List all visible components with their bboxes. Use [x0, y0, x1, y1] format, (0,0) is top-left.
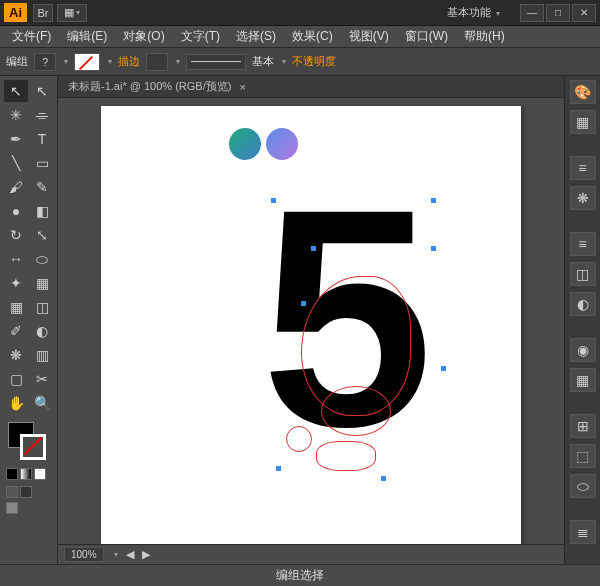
- pathfinder-panel-icon[interactable]: ⬭: [570, 474, 596, 498]
- titlebar: Ai Br ▦▾ 基本功能 ▾ — □ ✕: [0, 0, 600, 26]
- anchor-point[interactable]: [271, 198, 276, 203]
- width-tool[interactable]: ↔: [4, 248, 28, 270]
- menu-window[interactable]: 窗口(W): [397, 26, 456, 47]
- style-label[interactable]: 基本: [252, 54, 274, 69]
- eraser-tool[interactable]: ◧: [30, 200, 54, 222]
- workspace-switcher[interactable]: 基本功能 ▾: [447, 5, 500, 20]
- mesh-tool[interactable]: ▦: [4, 296, 28, 318]
- menu-view[interactable]: 视图(V): [341, 26, 397, 47]
- color-mode-none[interactable]: [34, 468, 46, 480]
- brushes-panel-icon[interactable]: ≡: [570, 156, 596, 180]
- lasso-tool[interactable]: ⌯: [30, 104, 54, 126]
- appearance-panel-icon[interactable]: ◉: [570, 338, 596, 362]
- stroke-color-box[interactable]: [20, 434, 46, 460]
- zoom-tool[interactable]: 🔍: [30, 392, 54, 414]
- anchor-point[interactable]: [441, 366, 446, 371]
- brush-tool[interactable]: 🖌: [4, 176, 28, 198]
- scale-tool[interactable]: ⤡: [30, 224, 54, 246]
- options-bar: 编组 ?▾ ▾ 描边 ▾ 基本▾ 不透明度: [0, 48, 600, 76]
- anchor-point[interactable]: [276, 466, 281, 471]
- opacity-label[interactable]: 不透明度: [292, 54, 336, 69]
- align-panel-icon[interactable]: ⊞: [570, 414, 596, 438]
- pen-tool[interactable]: ✒: [4, 128, 28, 150]
- anchor-point[interactable]: [311, 246, 316, 251]
- shape-builder-tool[interactable]: ✦: [4, 272, 28, 294]
- artboard-nav-next-icon[interactable]: ▶: [142, 548, 150, 561]
- selection-tool[interactable]: ↖: [4, 80, 28, 102]
- fill-swatch[interactable]: ?: [34, 53, 56, 71]
- anchor-point[interactable]: [431, 246, 436, 251]
- stroke-swatch[interactable]: [74, 53, 100, 71]
- document-tab[interactable]: 未标题-1.ai* @ 100% (RGB/预览) ×: [58, 76, 564, 98]
- swatches-panel-icon[interactable]: ▦: [570, 110, 596, 134]
- brush-definition[interactable]: [186, 54, 246, 70]
- pencil-tool[interactable]: ✎: [30, 176, 54, 198]
- stroke-label[interactable]: 描边: [118, 54, 140, 69]
- direct-selection-tool[interactable]: ↖: [30, 80, 54, 102]
- document-tab-title: 未标题-1.ai* @ 100% (RGB/预览): [68, 79, 231, 94]
- selection-type-label: 编组: [6, 54, 28, 69]
- menu-help[interactable]: 帮助(H): [456, 26, 513, 47]
- transparency-panel-icon[interactable]: ◐: [570, 292, 596, 316]
- gradient-panel-icon[interactable]: ◫: [570, 262, 596, 286]
- canvas-area[interactable]: 5: [58, 98, 564, 544]
- blend-tool[interactable]: ◐: [30, 320, 54, 342]
- rotate-tool[interactable]: ↻: [4, 224, 28, 246]
- close-button[interactable]: ✕: [572, 4, 596, 22]
- artboard-nav-prev-icon[interactable]: ◀: [126, 548, 134, 561]
- screen-mode-normal[interactable]: [6, 486, 18, 498]
- eyedropper-tool[interactable]: ✐: [4, 320, 28, 342]
- symbol-sprayer-tool[interactable]: ❋: [4, 344, 28, 366]
- anchor-point[interactable]: [301, 301, 306, 306]
- artboard[interactable]: 5: [101, 106, 521, 544]
- status-bar: 100% ▾ ◀ ▶: [58, 544, 564, 564]
- graph-tool[interactable]: ▥: [30, 344, 54, 366]
- status-mode-label: 编组选择: [8, 567, 592, 584]
- perspective-tool[interactable]: ▦: [30, 272, 54, 294]
- blob-brush-tool[interactable]: ●: [4, 200, 28, 222]
- hand-tool[interactable]: ✋: [4, 392, 28, 414]
- maximize-button[interactable]: □: [546, 4, 570, 22]
- zoom-level[interactable]: 100%: [64, 547, 104, 562]
- app-logo: Ai: [4, 3, 27, 22]
- layers-panel-icon[interactable]: ≣: [570, 520, 596, 544]
- menu-type[interactable]: 文字(T): [173, 26, 228, 47]
- stroke-panel-icon[interactable]: ≡: [570, 232, 596, 256]
- color-mode-gradient[interactable]: [20, 468, 32, 480]
- symbols-panel-icon[interactable]: ❋: [570, 186, 596, 210]
- draw-mode-icon[interactable]: [6, 502, 18, 514]
- artboard-tool[interactable]: ▢: [4, 368, 28, 390]
- arrange-documents-icon[interactable]: ▦▾: [57, 4, 87, 22]
- minimize-button[interactable]: —: [520, 4, 544, 22]
- warp-tool[interactable]: ⬭: [30, 248, 54, 270]
- blob-path[interactable]: [286, 426, 312, 452]
- blob-path[interactable]: [321, 386, 391, 436]
- rectangle-tool[interactable]: ▭: [30, 152, 54, 174]
- menu-edit[interactable]: 编辑(E): [59, 26, 115, 47]
- menu-object[interactable]: 对象(O): [115, 26, 172, 47]
- anchor-point[interactable]: [431, 198, 436, 203]
- menubar: 文件(F) 编辑(E) 对象(O) 文字(T) 选择(S) 效果(C) 视图(V…: [0, 26, 600, 48]
- graphic-styles-panel-icon[interactable]: ▦: [570, 368, 596, 392]
- close-tab-icon[interactable]: ×: [239, 81, 245, 93]
- line-tool[interactable]: ╲: [4, 152, 28, 174]
- color-mode-solid[interactable]: [6, 468, 18, 480]
- bridge-icon[interactable]: Br: [33, 4, 53, 22]
- bottom-bar: 编组选择: [0, 564, 600, 586]
- screen-mode-full[interactable]: [20, 486, 32, 498]
- slice-tool[interactable]: ✂: [30, 368, 54, 390]
- transform-panel-icon[interactable]: ⬚: [570, 444, 596, 468]
- type-tool[interactable]: T: [30, 128, 54, 150]
- anchor-point[interactable]: [381, 476, 386, 481]
- fill-stroke-control[interactable]: [8, 422, 48, 462]
- stroke-weight[interactable]: [146, 53, 168, 71]
- gradient-tool[interactable]: ◫: [30, 296, 54, 318]
- gradient-circle-1[interactable]: [229, 128, 261, 160]
- menu-effect[interactable]: 效果(C): [284, 26, 341, 47]
- magic-wand-tool[interactable]: ✳: [4, 104, 28, 126]
- menu-file[interactable]: 文件(F): [4, 26, 59, 47]
- menu-select[interactable]: 选择(S): [228, 26, 284, 47]
- blob-path[interactable]: [316, 441, 376, 471]
- color-panel-icon[interactable]: 🎨: [570, 80, 596, 104]
- panel-dock: 🎨 ▦ ≡ ❋ ≡ ◫ ◐ ◉ ▦ ⊞ ⬚ ⬭ ≣: [564, 76, 600, 564]
